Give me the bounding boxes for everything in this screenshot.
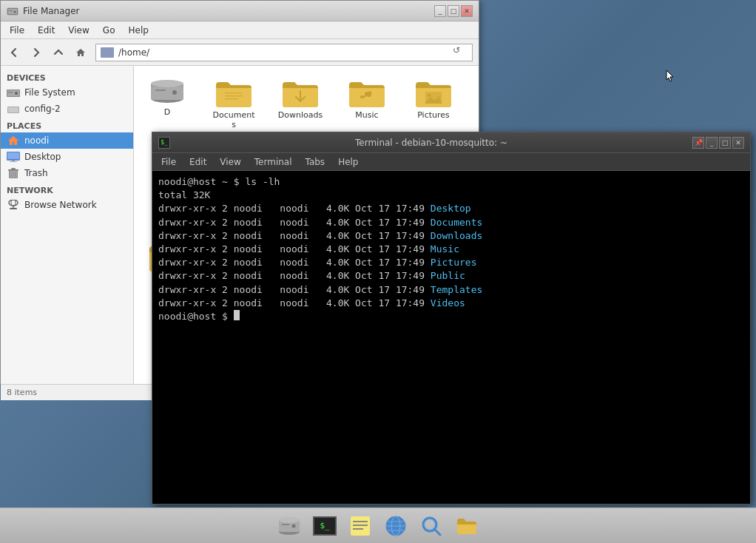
refresh-button[interactable]: ↺: [453, 45, 468, 60]
file-pictures-label: Pictures: [417, 110, 450, 120]
sidebar-network-label: Browse Network: [24, 200, 97, 210]
taskbar-notes-icon: [349, 515, 371, 537]
svg-point-2: [14, 10, 16, 13]
svg-point-29: [172, 90, 177, 95]
up-icon: [53, 47, 64, 58]
terminal-body[interactable]: noodi@host ~ $ ls -lh total 32K drwxr-xr…: [152, 171, 750, 504]
terminal-titlebar: $_ Terminal - debian-10-mosquitto: ~ 📌 _…: [152, 132, 750, 153]
file-manager-titlebar: File Manager _ □ ✕: [1, 1, 479, 21]
svg-rect-7: [8, 92, 13, 93]
up-button[interactable]: [48, 42, 69, 63]
sidebar-config2-label: config-2: [24, 104, 61, 114]
svg-rect-40: [353, 525, 368, 526]
menu-bar: File Edit View Go Help: [1, 21, 479, 39]
address-bar[interactable]: /home/ ↺: [95, 44, 473, 61]
terminal-menu-terminal[interactable]: Terminal: [249, 155, 298, 169]
filesystem-icon: [7, 87, 20, 98]
sidebar-noodi-label: noodi: [24, 135, 49, 146]
file-downloads-label: Downloads: [278, 110, 323, 120]
menu-go[interactable]: Go: [97, 24, 121, 37]
terminal-line-7: drwxr-xr-x 2 noodi noodi 4.0K Oct 17 17:…: [158, 256, 744, 269]
sidebar-item-filesystem[interactable]: File System: [1, 84, 133, 101]
toolbar: /home/ ↺: [1, 39, 479, 66]
taskbar-browser-icon: [385, 515, 407, 537]
terminal-prompt-line: noodi@host $: [158, 310, 744, 323]
forward-icon: [31, 47, 41, 58]
terminal-menu: File Edit View Terminal Tabs Help: [152, 153, 750, 171]
svg-rect-30: [155, 90, 166, 91]
file-item-documents[interactable]: Documents: [208, 73, 260, 132]
taskbar-notes-btn[interactable]: [344, 511, 377, 541]
menu-view[interactable]: View: [62, 24, 95, 37]
file-item-downloads[interactable]: Downloads: [274, 73, 326, 123]
home-icon: [75, 47, 86, 58]
svg-rect-21: [9, 200, 18, 206]
taskbar-drive-icon: [277, 516, 301, 536]
svg-rect-13: [10, 161, 17, 162]
svg-rect-17: [8, 169, 18, 171]
home-button[interactable]: [70, 42, 91, 63]
status-text: 8 items: [7, 388, 37, 397]
terminal-cursor: [234, 310, 240, 320]
taskbar-browser-btn[interactable]: [379, 511, 412, 541]
maximize-button[interactable]: □: [448, 5, 459, 17]
terminal-line-2: total 32K: [158, 189, 744, 202]
menu-file[interactable]: File: [4, 24, 30, 37]
sidebar-desktop-label: Desktop: [24, 152, 61, 162]
home-place-icon: [7, 135, 20, 146]
back-button[interactable]: [4, 42, 24, 63]
sidebar-item-network[interactable]: Browse Network: [1, 197, 133, 213]
taskbar-terminal-btn[interactable]: $_: [308, 511, 341, 541]
forward-button[interactable]: [26, 42, 47, 63]
devices-header: DEVICES: [1, 69, 133, 84]
terminal-pin-button[interactable]: 📌: [692, 137, 704, 149]
sidebar-item-trash[interactable]: Trash: [1, 165, 133, 181]
close-button[interactable]: ✕: [461, 5, 473, 17]
terminal-window: $_ Terminal - debian-10-mosquitto: ~ 📌 _…: [152, 132, 751, 505]
menu-help[interactable]: Help: [122, 24, 154, 37]
svg-rect-37: [282, 524, 289, 525]
sidebar-filesystem-label: File System: [24, 87, 75, 98]
sidebar-item-noodi[interactable]: noodi: [1, 132, 133, 149]
taskbar-search-btn[interactable]: [415, 511, 448, 541]
music-folder-icon: [348, 76, 386, 109]
desktop-place-icon: [7, 151, 20, 163]
svg-point-32: [428, 94, 431, 97]
sidebar-item-desktop[interactable]: Desktop: [1, 149, 133, 165]
terminal-menu-file[interactable]: File: [155, 155, 182, 169]
config2-icon: [7, 103, 20, 115]
terminal-menu-tabs[interactable]: Tabs: [300, 155, 331, 169]
drive-file-icon: [148, 76, 186, 106]
terminal-line-1: noodi@host ~ $ ls -lh: [158, 175, 744, 189]
sidebar-trash-label: Trash: [24, 168, 48, 178]
terminal-menu-help[interactable]: Help: [332, 155, 364, 169]
terminal-maximize-button[interactable]: □: [719, 137, 731, 149]
terminal-controls: 📌 _ □ ✕: [692, 137, 744, 149]
sidebar-item-config2[interactable]: config-2: [1, 101, 133, 117]
taskbar-file-manager-btn[interactable]: [273, 511, 306, 541]
network-header: NETWORK: [1, 181, 133, 197]
sidebar: DEVICES File System: [1, 66, 134, 384]
terminal-menu-edit[interactable]: Edit: [183, 155, 212, 169]
menu-edit[interactable]: Edit: [32, 24, 61, 37]
file-item-drive[interactable]: D: [141, 73, 193, 120]
svg-point-6: [15, 92, 18, 95]
titlebar-controls: _ □ ✕: [434, 5, 473, 17]
terminal-app-icon: $_: [158, 137, 170, 149]
taskbar-files-btn[interactable]: [450, 511, 483, 541]
terminal-menu-view[interactable]: View: [214, 155, 246, 169]
svg-rect-11: [7, 152, 19, 159]
terminal-line-4: drwxr-xr-x 2 noodi noodi 4.0K Oct 17 17:…: [158, 216, 744, 229]
file-item-music[interactable]: Music: [341, 73, 393, 123]
file-item-pictures[interactable]: Pictures: [408, 73, 459, 123]
file-manager-app-icon: [7, 5, 18, 17]
svg-rect-3: [9, 10, 13, 11]
documents-folder-icon: [215, 76, 253, 109]
terminal-minimize-button[interactable]: _: [706, 137, 718, 149]
terminal-line-6: drwxr-xr-x 2 noodi noodi 4.0K Oct 17 17:…: [158, 243, 744, 256]
minimize-button[interactable]: _: [434, 5, 446, 17]
terminal-line-5: drwxr-xr-x 2 noodi noodi 4.0K Oct 17 17:…: [158, 229, 744, 243]
terminal-close-button[interactable]: ✕: [732, 137, 744, 149]
file-music-label: Music: [355, 110, 378, 120]
titlebar-left: File Manager: [7, 5, 80, 17]
